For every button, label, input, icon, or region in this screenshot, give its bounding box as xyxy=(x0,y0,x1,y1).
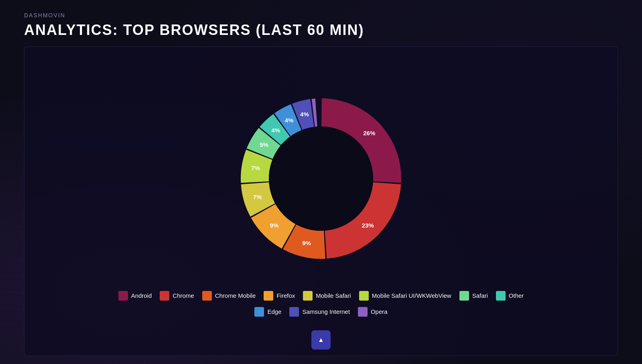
brand-label: DASHMOVIN xyxy=(24,12,618,18)
legend-label-mobile-safari: Mobile Safari xyxy=(316,292,351,299)
legend-color-edge xyxy=(254,307,264,317)
legend-color-safari xyxy=(459,291,469,301)
legend-item-chrome: Chrome xyxy=(160,291,194,301)
legend-item-mobile-safari-ui/wkwebview: Mobile Safari UI/WKWebView xyxy=(359,291,451,301)
legend-label-mobile-safari-ui/wkwebview: Mobile Safari UI/WKWebView xyxy=(372,292,451,299)
legend-item-other: Other xyxy=(496,291,524,301)
legend-label-edge: Edge xyxy=(267,308,281,315)
donut-label-chrome-mobile: 9% xyxy=(302,240,311,246)
chart-legend: AndroidChromeChrome MobileFirefoxMobile … xyxy=(60,287,582,321)
legend-color-other xyxy=(496,291,506,301)
legend-label-opera: Opera xyxy=(371,308,388,315)
legend-label-chrome: Chrome xyxy=(173,292,194,299)
legend-color-samsung-internet xyxy=(289,307,299,317)
donut-label-safari: 5% xyxy=(260,141,268,148)
legend-color-opera xyxy=(358,307,368,317)
donut-label-edge: 4% xyxy=(285,117,294,124)
legend-item-mobile-safari: Mobile Safari xyxy=(303,291,351,301)
legend-item-firefox: Firefox xyxy=(264,291,295,301)
legend-label-android: Android xyxy=(131,292,152,299)
legend-item-safari: Safari xyxy=(459,291,488,301)
legend-label-safari: Safari xyxy=(472,292,488,299)
legend-color-android xyxy=(118,291,128,301)
legend-color-firefox xyxy=(264,291,273,301)
svg-point-7 xyxy=(269,126,373,231)
scroll-up-button[interactable] xyxy=(311,330,331,350)
legend-label-samsung-internet: Samsung Internet xyxy=(302,308,349,315)
legend-item-samsung-internet: Samsung Internet xyxy=(289,307,349,317)
donut-label-android: 26% xyxy=(363,130,375,136)
donut-label-samsung-internet: 4% xyxy=(300,111,309,118)
legend-color-chrome xyxy=(160,291,169,301)
donut-label-firefox: 9% xyxy=(270,222,278,228)
main-container: DASHMOVIN ANALYTICS: TOP BROWSERS (LAST … xyxy=(0,0,642,364)
chart-area: 26%23%9%9%7%7%5%4%4%4% AndroidChromeChro… xyxy=(24,47,618,356)
donut-label-chrome: 23% xyxy=(362,222,374,228)
donut-chart: 26%23%9%9%7%7%5%4%4%4% xyxy=(225,82,417,275)
donut-svg: 26%23%9%9%7%7%5%4%4%4% xyxy=(225,82,417,275)
legend-item-chrome-mobile: Chrome Mobile xyxy=(202,291,256,301)
legend-color-mobile-safari-ui/wkwebview xyxy=(359,291,369,301)
donut-label-other: 4% xyxy=(271,126,280,133)
donut-label-mobile-safari: 7% xyxy=(253,193,262,200)
page-title: ANALYTICS: TOP BROWSERS (LAST 60 MIN) xyxy=(24,22,618,39)
legend-item-edge: Edge xyxy=(254,307,281,317)
legend-label-chrome-mobile: Chrome Mobile xyxy=(215,292,256,299)
legend-label-other: Other xyxy=(509,292,524,299)
legend-item-opera: Opera xyxy=(358,307,388,317)
legend-label-firefox: Firefox xyxy=(276,292,295,299)
legend-color-mobile-safari xyxy=(303,291,313,301)
legend-color-chrome-mobile xyxy=(202,291,212,301)
donut-label-mobile-safari-ui/wkwebview: 7% xyxy=(251,165,260,171)
legend-item-android: Android xyxy=(118,291,152,301)
